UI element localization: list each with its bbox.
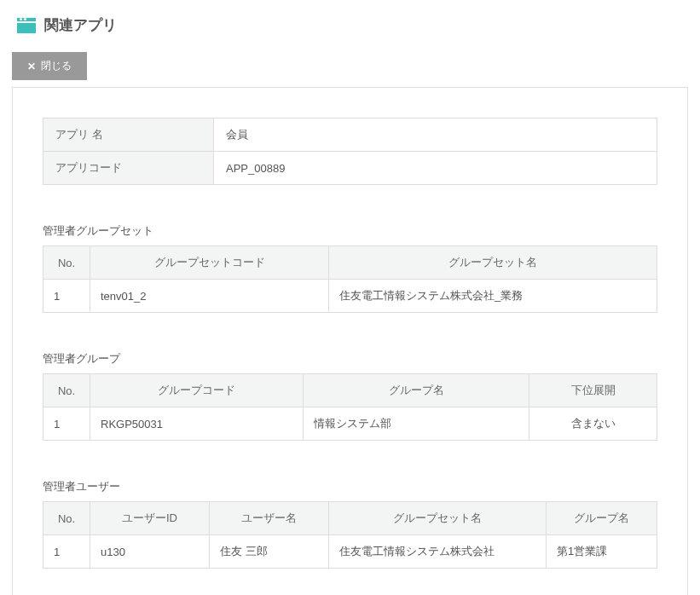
app-name-value: 会員 xyxy=(214,118,657,152)
cell-no: 1 xyxy=(43,280,90,313)
table-row: 1 RKGP50031 情報システム部 含まない xyxy=(43,407,657,441)
col-code: グループセットコード xyxy=(90,246,329,280)
groupset-section: 管理者グループセット No. グループセットコード グループセット名 1 ten… xyxy=(43,223,657,313)
cell-username: 住友 三郎 xyxy=(210,535,329,569)
app-info-table: アプリ 名 会員 アプリコード APP_00889 xyxy=(43,118,657,185)
col-username: ユーザー名 xyxy=(210,502,329,535)
group-section-title: 管理者グループ xyxy=(43,351,657,367)
col-no: No. xyxy=(43,246,90,280)
col-no: No. xyxy=(43,374,90,407)
table-row: 1 u130 住友 三郎 住友電工情報システム株式会社 第1営業課 xyxy=(43,535,657,569)
app-icon xyxy=(17,18,36,33)
cell-userid: u130 xyxy=(90,535,210,569)
cell-name: 住友電工情報システム株式会社_業務 xyxy=(329,280,657,313)
col-code: グループコード xyxy=(90,374,304,407)
cell-no: 1 xyxy=(43,407,90,441)
groupset-table: No. グループセットコード グループセット名 1 tenv01_2 住友電工情… xyxy=(43,246,657,313)
col-name: グループ名 xyxy=(304,374,529,407)
col-no: No. xyxy=(43,502,90,535)
close-icon: ✕ xyxy=(27,61,36,72)
cell-group: 第1営業課 xyxy=(547,535,657,569)
table-row: 1 tenv01_2 住友電工情報システム株式会社_業務 xyxy=(43,280,657,313)
group-section: 管理者グループ No. グループコード グループ名 下位展開 1 RKGP500… xyxy=(43,351,657,441)
cell-no: 1 xyxy=(43,535,90,569)
user-table: No. ユーザーID ユーザー名 グループセット名 グループ名 1 u130 住… xyxy=(43,501,657,569)
user-section-title: 管理者ユーザー xyxy=(43,479,657,494)
app-name-label: アプリ 名 xyxy=(43,118,214,152)
cell-expand: 含まない xyxy=(529,407,657,441)
page-title: 関連アプリ xyxy=(44,15,117,35)
close-button-label: 閉じる xyxy=(41,59,72,73)
toolbar: ✕ 閉じる xyxy=(0,45,700,87)
user-section: 管理者ユーザー No. ユーザーID ユーザー名 グループセット名 グループ名 … xyxy=(43,479,657,569)
cell-name: 情報システム部 xyxy=(304,407,529,441)
table-row: アプリコード APP_00889 xyxy=(43,152,657,185)
col-expand: 下位展開 xyxy=(529,374,657,407)
table-row: アプリ 名 会員 xyxy=(43,118,657,152)
col-groupset: グループセット名 xyxy=(329,502,547,535)
content-panel: アプリ 名 会員 アプリコード APP_00889 管理者グループセット No.… xyxy=(12,87,688,595)
page-header: 関連アプリ xyxy=(0,0,700,45)
close-button[interactable]: ✕ 閉じる xyxy=(12,52,87,80)
app-code-label: アプリコード xyxy=(43,152,214,185)
col-name: グループセット名 xyxy=(329,246,657,280)
cell-groupset: 住友電工情報システム株式会社 xyxy=(329,535,547,569)
table-header-row: No. グループセットコード グループセット名 xyxy=(43,246,657,280)
table-header-row: No. グループコード グループ名 下位展開 xyxy=(43,374,657,407)
col-userid: ユーザーID xyxy=(90,502,210,535)
col-group: グループ名 xyxy=(547,502,657,535)
app-code-value: APP_00889 xyxy=(214,152,657,185)
cell-code: tenv01_2 xyxy=(90,280,329,313)
groupset-section-title: 管理者グループセット xyxy=(43,223,657,239)
cell-code: RKGP50031 xyxy=(90,407,304,441)
group-table: No. グループコード グループ名 下位展開 1 RKGP50031 情報システ… xyxy=(43,373,657,441)
table-header-row: No. ユーザーID ユーザー名 グループセット名 グループ名 xyxy=(43,502,657,535)
